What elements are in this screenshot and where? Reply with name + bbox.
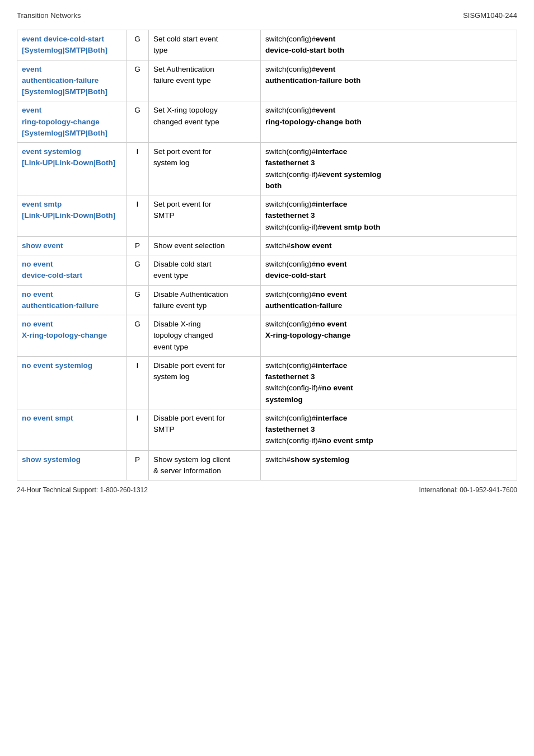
description-cell: Set Authenticationfailure event type bbox=[149, 60, 261, 101]
privilege-cell: G bbox=[127, 285, 149, 315]
syntax-cell: switch(config)#eventauthentication-failu… bbox=[261, 60, 517, 101]
privilege-cell: G bbox=[127, 60, 149, 101]
command-cell: no event smpt bbox=[17, 409, 127, 450]
table-row: no event systemlogIDisable port event fo… bbox=[17, 356, 517, 409]
command-cell: no eventdevice-cold-start bbox=[17, 255, 127, 286]
command-cell: show systemlog bbox=[17, 450, 127, 480]
table-row: no eventauthentication-failureGDisable A… bbox=[17, 285, 517, 315]
description-cell: Set port event forsystem log bbox=[149, 143, 261, 195]
command-cell: event device-cold-start[Systemlog|SMTP|B… bbox=[17, 30, 127, 60]
table-row: event device-cold-start[Systemlog|SMTP|B… bbox=[17, 30, 517, 60]
header-left: Transition Networks bbox=[17, 11, 81, 20]
table-row: no event smptIDisable port event forSMTP… bbox=[17, 409, 517, 450]
header-right: SISGM1040-244 bbox=[463, 11, 517, 20]
table-row: no eventX-ring-topology-changeGDisable X… bbox=[17, 315, 517, 357]
description-cell: Set port event forSMTP bbox=[149, 195, 261, 237]
command-cell: no eventX-ring-topology-change bbox=[17, 315, 127, 357]
syntax-cell: switch(config)#interfacefastethernet 3sw… bbox=[261, 195, 517, 237]
command-cell: show event bbox=[17, 236, 127, 255]
command-cell: event smtp[Link-UP|Link-Down|Both] bbox=[17, 195, 127, 237]
command-cell: eventring-topology-change[Systemlog|SMTP… bbox=[17, 101, 127, 143]
description-cell: Show system log client& server informati… bbox=[149, 450, 261, 480]
privilege-cell: G bbox=[127, 255, 149, 286]
description-cell: Disable cold startevent type bbox=[149, 255, 261, 286]
table-row: event systemlog[Link-UP|Link-Down|Both]I… bbox=[17, 143, 517, 195]
syntax-cell: switch#show systemlog bbox=[261, 450, 517, 480]
privilege-cell: I bbox=[127, 195, 149, 237]
syntax-cell: switch(config)#interfacefastethernet 3sw… bbox=[261, 409, 517, 450]
command-cell: no event systemlog bbox=[17, 356, 127, 409]
syntax-cell: switch(config)#no eventdevice-cold-start bbox=[261, 255, 517, 286]
page-header: Transition Networks SISGM1040-244 bbox=[17, 11, 517, 20]
description-cell: Disable port event forSMTP bbox=[149, 409, 261, 450]
syntax-cell: switch(config)#interfacefastethernet 3sw… bbox=[261, 356, 517, 409]
page-footer: 24-Hour Technical Support: 1-800-260-131… bbox=[17, 486, 517, 494]
description-cell: Show event selection bbox=[149, 236, 261, 255]
privilege-cell: I bbox=[127, 409, 149, 450]
syntax-cell: switch(config)#interfacefastethernet 3sw… bbox=[261, 143, 517, 195]
command-cell: eventauthentication-failure[Systemlog|SM… bbox=[17, 60, 127, 101]
description-cell: Set cold start eventtype bbox=[149, 30, 261, 60]
command-table: event device-cold-start[Systemlog|SMTP|B… bbox=[17, 30, 517, 480]
command-cell: event systemlog[Link-UP|Link-Down|Both] bbox=[17, 143, 127, 195]
privilege-cell: I bbox=[127, 356, 149, 409]
table-row: eventring-topology-change[Systemlog|SMTP… bbox=[17, 101, 517, 143]
privilege-cell: G bbox=[127, 30, 149, 60]
syntax-cell: switch#show event bbox=[261, 236, 517, 255]
description-cell: Disable port event forsystem log bbox=[149, 356, 261, 409]
footer-right: International: 00-1-952-941-7600 bbox=[419, 486, 517, 494]
privilege-cell: P bbox=[127, 450, 149, 480]
command-cell: no eventauthentication-failure bbox=[17, 285, 127, 315]
footer-left: 24-Hour Technical Support: 1-800-260-131… bbox=[17, 486, 148, 494]
table-row: no eventdevice-cold-startGDisable cold s… bbox=[17, 255, 517, 286]
table-row: eventauthentication-failure[Systemlog|SM… bbox=[17, 60, 517, 101]
syntax-cell: switch(config)#eventring-topology-change… bbox=[261, 101, 517, 143]
description-cell: Disable Authenticationfailure event typ bbox=[149, 285, 261, 315]
syntax-cell: switch(config)#no eventX-ring-topology-c… bbox=[261, 315, 517, 357]
description-cell: Set X-ring topologychanged event type bbox=[149, 101, 261, 143]
privilege-cell: P bbox=[127, 236, 149, 255]
table-row: event smtp[Link-UP|Link-Down|Both]ISet p… bbox=[17, 195, 517, 237]
description-cell: Disable X-ringtopology changedevent type bbox=[149, 315, 261, 357]
table-row: show systemlogPShow system log client& s… bbox=[17, 450, 517, 480]
syntax-cell: switch(config)#no eventauthentication-fa… bbox=[261, 285, 517, 315]
privilege-cell: I bbox=[127, 143, 149, 195]
table-row: show eventPShow event selectionswitch#sh… bbox=[17, 236, 517, 255]
privilege-cell: G bbox=[127, 315, 149, 357]
privilege-cell: G bbox=[127, 101, 149, 143]
syntax-cell: switch(config)#eventdevice-cold-start bo… bbox=[261, 30, 517, 60]
